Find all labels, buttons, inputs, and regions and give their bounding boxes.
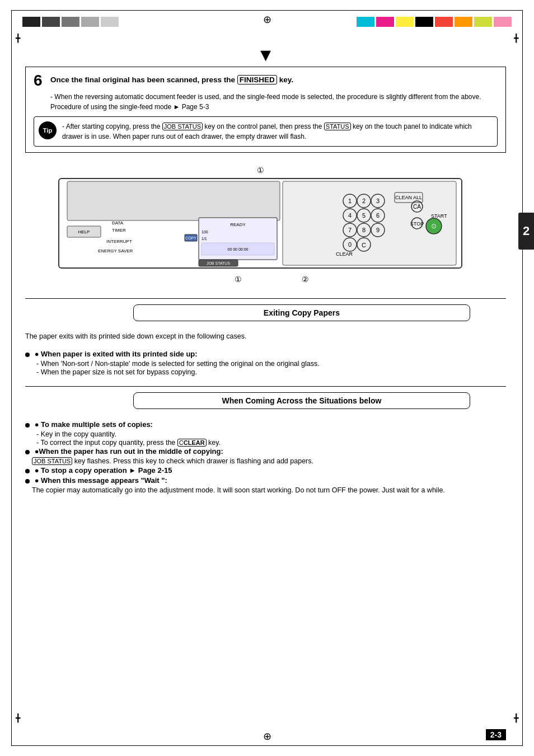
exiting-papers-title: Exiting Copy Papers <box>133 304 470 321</box>
situations-section: When Coming Across the Situations below … <box>25 392 506 494</box>
reg-mark-top-center: ⊕ <box>263 13 271 26</box>
reg-mark-right-bottom: ╋ <box>514 713 518 722</box>
situations-label-1: ● To make multiple sets of copies: <box>35 420 153 429</box>
svg-text:8: 8 <box>362 227 366 233</box>
step6-header: 6 Once the final original has been scann… <box>34 73 498 88</box>
color-bar-4 <box>81 17 99 27</box>
bullet-circle-4 <box>25 469 30 473</box>
exiting-papers-sub2: - When the paper size is not set for byp… <box>36 368 506 376</box>
reg-mark-right-top: ╋ <box>514 34 518 43</box>
page-border-top <box>11 10 523 11</box>
bullet-circle-5 <box>25 479 30 483</box>
color-bar-cyan <box>357 17 374 27</box>
exiting-papers-bullet1-label: ● When paper is exited with its printed … <box>25 350 506 358</box>
tip-text-mid: key on the control panel, then press the <box>204 123 322 130</box>
svg-text:CLEAN ALL: CLEAN ALL <box>395 195 422 200</box>
svg-text:JOB STATUS: JOB STATUS <box>207 261 230 265</box>
color-bar-5 <box>101 17 119 27</box>
tip-text-before: - After starting copying, press the <box>62 123 160 130</box>
svg-rect-2 <box>67 181 280 220</box>
svg-text:1/1: 1/1 <box>202 237 207 241</box>
step6-title: Once the final original has been scanned… <box>50 73 293 86</box>
exiting-papers-sub1: - When 'Non-sort / Non-staple' mode is s… <box>36 360 506 368</box>
svg-text:4: 4 <box>348 212 352 219</box>
color-bar-red <box>435 17 453 27</box>
color-bar-yellow <box>396 17 414 27</box>
svg-text:⊙: ⊙ <box>431 222 437 230</box>
cclear-key: CCLEAR <box>177 439 207 447</box>
svg-text:7: 7 <box>348 227 352 233</box>
bullet1-label-text: ● When paper is exited with its printed … <box>35 350 198 358</box>
svg-text:C: C <box>362 242 366 248</box>
situations-title: When Coming Across the Situations below <box>133 392 470 409</box>
step6-number: 6 <box>34 73 46 88</box>
bullet-circle-3 <box>25 450 30 454</box>
svg-text:100: 100 <box>202 230 208 234</box>
job-status-key-2: JOB STATUS <box>32 457 72 465</box>
color-bar-lime <box>474 17 492 27</box>
section-divider-2 <box>25 386 506 387</box>
situations-sub1-1: - Key in the copy quantity. <box>36 430 506 438</box>
reg-mark-left-bottom: ╋ <box>16 713 20 722</box>
situations-item2-text: JOB STATUS key flashes. Press this key t… <box>32 457 506 465</box>
svg-text:①: ① <box>235 275 242 284</box>
color-bar-2 <box>42 17 60 27</box>
svg-text:3: 3 <box>376 198 380 204</box>
step6-title-after: key. <box>279 76 293 84</box>
sub-item-2: - When the paper size is not set for byp… <box>36 368 197 376</box>
chapter-tab: 2 <box>518 213 534 250</box>
situations-item4-label: ● When this message appears "Wait ": <box>25 476 506 485</box>
arrow-down: ▼ <box>25 45 506 65</box>
svg-text:STOP: STOP <box>410 221 424 227</box>
page-border-left <box>11 10 12 746</box>
situations-label-4: ● When this message appears "Wait ": <box>35 476 167 485</box>
svg-text:2: 2 <box>362 198 366 204</box>
exiting-papers-intro: The paper exits with its printed side do… <box>25 332 506 340</box>
tip-label: Tip <box>39 121 57 139</box>
svg-text:00 00 00:00: 00 00 00:00 <box>228 247 249 251</box>
step6-title-before: Once the final original has been scanned… <box>50 76 235 84</box>
reg-mark-left-top: ╋ <box>16 34 20 43</box>
page-border-bottom <box>11 745 523 746</box>
tip-box: Tip - After starting copying, press the … <box>34 116 498 147</box>
svg-text:5: 5 <box>362 212 366 219</box>
copier-diagram: ① 1 2 3 4 5 6 7 <box>25 162 506 290</box>
tip-key2: STATUS <box>324 123 351 130</box>
color-bar-magenta <box>376 17 394 27</box>
step6-key: FINISHED <box>237 75 277 84</box>
svg-text:CLEAR: CLEAR <box>336 251 353 257</box>
page-number: 2-3 <box>486 729 506 740</box>
color-bars-right <box>357 17 512 27</box>
chapter-number: 2 <box>523 224 530 238</box>
svg-text:①: ① <box>257 166 264 175</box>
svg-text:CA: CA <box>413 204 421 210</box>
svg-text:DATA: DATA <box>112 220 124 226</box>
copier-svg: ① 1 2 3 4 5 6 7 <box>25 162 495 290</box>
svg-text:0: 0 <box>348 241 352 248</box>
sub-item-1: - When 'Non-sort / Non-staple' mode is s… <box>36 360 320 368</box>
color-bar-orange <box>455 17 472 27</box>
svg-text:HELP: HELP <box>78 229 90 234</box>
color-bar-3 <box>62 17 79 27</box>
page-border-right <box>522 10 523 746</box>
situations-item1-label: ● To make multiple sets of copies: <box>25 420 506 429</box>
step6-box: 6 Once the final original has been scann… <box>25 67 506 153</box>
color-bars-left <box>22 17 119 27</box>
section-divider-1 <box>25 298 506 299</box>
svg-text:9: 9 <box>376 227 380 233</box>
exiting-papers-section: Exiting Copy Papers The paper exits with… <box>25 304 506 376</box>
color-bar-k <box>415 17 433 27</box>
svg-text:1: 1 <box>348 198 352 204</box>
situations-item3-label: ● To stop a copy operation ► Page 2-15 <box>25 466 506 475</box>
svg-text:②: ② <box>302 275 309 284</box>
color-bar-1 <box>22 17 40 27</box>
situations-item4-text: The copier may automatically go into the… <box>32 486 506 494</box>
svg-text:READY: READY <box>230 222 246 227</box>
situations-label-2: ●When the paper has run out in the middl… <box>35 447 223 456</box>
tip-key1: JOB STATUS <box>162 123 203 130</box>
situations-sub1-2: - To correct the input copy quantity, pr… <box>36 439 506 447</box>
main-content: ▼ 6 Once the final original has been sca… <box>25 45 506 504</box>
bullet-circle-1 <box>25 353 30 357</box>
step6-subtitle: - When the reversing automatic document … <box>50 92 498 112</box>
situations-sub1-text-1: - Key in the copy quantity. <box>36 430 116 438</box>
